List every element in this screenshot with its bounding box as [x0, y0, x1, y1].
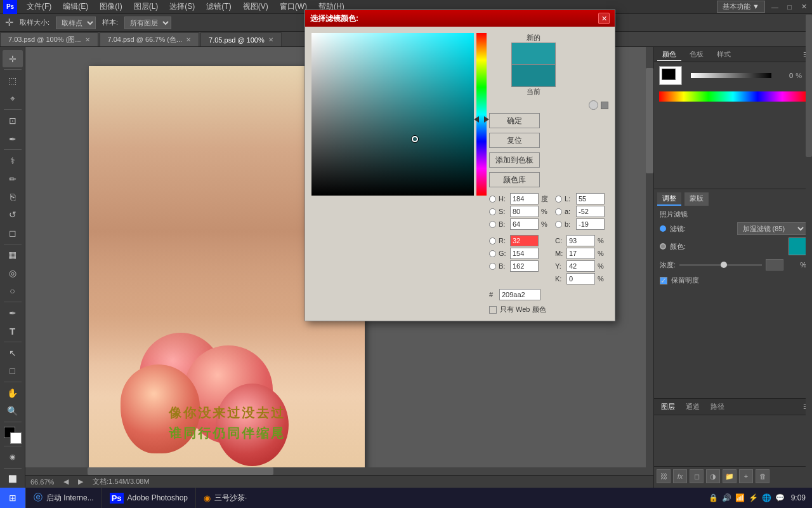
b-input[interactable]	[510, 218, 539, 230]
tab-color[interactable]: 颜色	[657, 48, 681, 61]
minimize-button[interactable]: —	[770, 2, 780, 11]
eraser-tool[interactable]: ◻	[3, 224, 23, 241]
history-brush-tool[interactable]: ↺	[3, 206, 23, 224]
y-input[interactable]	[566, 260, 595, 272]
color-selector[interactable]	[3, 427, 23, 444]
new-layer-icon[interactable]: +	[739, 469, 753, 483]
color-library-button[interactable]: 颜色库	[489, 172, 540, 187]
blur-tool[interactable]: ◎	[3, 264, 23, 281]
sample-size-select[interactable]: 取样点	[56, 17, 96, 29]
a-radio[interactable]	[555, 208, 562, 215]
right-panel-scrollbar[interactable]	[806, 47, 812, 488]
screen-mode[interactable]: ⬜	[3, 471, 23, 488]
menu-file[interactable]: 文件(F)	[22, 0, 56, 13]
intensity-value-input[interactable]	[766, 259, 783, 271]
h-scroll-thumb[interactable]	[88, 467, 273, 475]
taskbar-ie[interactable]: ⓔ 启动 Interne...	[25, 488, 102, 508]
g-radio[interactable]	[489, 250, 496, 257]
a-input[interactable]	[576, 206, 605, 217]
s-input[interactable]	[510, 206, 539, 217]
eyedropper-tool[interactable]: ✒	[3, 130, 23, 147]
k2-input[interactable]	[566, 273, 595, 284]
close-tab-703[interactable]: ✕	[85, 36, 90, 43]
workspace-selector[interactable]: 基本功能 ▼	[717, 1, 765, 13]
crop-tool[interactable]: ⊡	[3, 112, 23, 129]
healing-tool[interactable]: ⚕	[3, 152, 23, 169]
preserve-checkbox[interactable]: ✓	[660, 277, 667, 284]
menu-image[interactable]: 图像(I)	[95, 0, 127, 13]
quick-mask-mode[interactable]: ◉	[3, 448, 23, 465]
type-tool[interactable]: T	[3, 322, 23, 339]
b3-radio[interactable]	[555, 221, 562, 228]
hex-input[interactable]	[499, 289, 540, 300]
s-radio[interactable]	[489, 208, 496, 215]
intensity-handle[interactable]	[721, 262, 727, 268]
b-radio[interactable]	[489, 221, 496, 228]
sample-all-select[interactable]: 所有图层	[124, 17, 171, 29]
dodge-tool[interactable]: ○	[3, 283, 23, 300]
h-radio[interactable]	[489, 196, 496, 203]
background-color[interactable]	[10, 432, 22, 444]
stamp-tool[interactable]: ⎘	[3, 188, 23, 205]
hue-slider[interactable]	[476, 33, 487, 196]
alert-icon[interactable]: !	[589, 100, 598, 110]
nav-arrow-left[interactable]: ◀	[63, 478, 69, 486]
web-only-checkbox[interactable]	[489, 306, 497, 314]
color-radio-dot[interactable]	[660, 243, 666, 250]
taskbar-chat[interactable]: ◉ 三号沙茶·	[195, 488, 254, 508]
filter-radio-dot[interactable]	[660, 225, 666, 232]
adj-tab-adjust[interactable]: 调整	[657, 192, 681, 206]
brush-tool[interactable]: ✏	[3, 170, 23, 187]
mask-icon[interactable]: ◻	[690, 469, 704, 483]
l-radio[interactable]	[555, 196, 562, 203]
g-input[interactable]	[510, 248, 539, 259]
b3-input[interactable]	[576, 218, 605, 230]
tab-styles[interactable]: 样式	[712, 48, 736, 60]
fg-color-swatch[interactable]	[659, 66, 682, 85]
taskbar-ps[interactable]: Ps Adobe Photoshop	[102, 488, 195, 508]
move-tool[interactable]: ✛	[3, 50, 23, 67]
link-layers-icon[interactable]: ⛓	[657, 469, 671, 483]
menu-filter[interactable]: 滤镜(T)	[201, 0, 236, 13]
tab-swatches[interactable]: 色板	[684, 48, 709, 60]
zoom-tool[interactable]: 🔍	[3, 402, 23, 419]
ok-button[interactable]: 确定	[489, 113, 540, 128]
marquee-tool[interactable]: ⬚	[3, 72, 23, 89]
color-field[interactable]	[311, 33, 474, 196]
dialog-close-button[interactable]: ✕	[598, 13, 610, 24]
add-swatch-button[interactable]: 添加到色板	[489, 152, 540, 168]
filter-type-select[interactable]: 加温滤镜 (85)	[737, 222, 807, 235]
r-input[interactable]	[510, 235, 539, 246]
vertical-scrollbar[interactable]	[646, 47, 653, 467]
folder-icon[interactable]: 📁	[723, 469, 737, 483]
tab-704[interactable]: 7.04.psd @ 66.7% (色... ✕	[100, 32, 200, 46]
adjustment-icon[interactable]: ◑	[706, 469, 720, 483]
tab-703[interactable]: 7.03.psd @ 100% (图... ✕	[0, 32, 98, 46]
tab-channels[interactable]: 通道	[682, 401, 704, 413]
menu-select[interactable]: 选择(S)	[164, 0, 200, 13]
right-scroll-thumb[interactable]	[806, 47, 812, 157]
b2-input[interactable]	[510, 260, 539, 272]
menu-view[interactable]: 视图(V)	[238, 0, 273, 13]
eyedropper-tool-icon[interactable]: ✛	[5, 17, 13, 29]
pen-tool[interactable]: ✒	[3, 304, 23, 321]
delete-layer-icon[interactable]: 🗑	[756, 469, 769, 483]
tab-705[interactable]: 7.05.psd @ 100% ✕	[200, 32, 282, 46]
lasso-tool[interactable]: ⌖	[3, 90, 23, 107]
horizontal-scrollbar[interactable]	[25, 467, 646, 475]
start-button[interactable]: ⊞	[0, 488, 25, 508]
tab-paths[interactable]: 路径	[707, 401, 728, 413]
h-input[interactable]	[510, 193, 539, 204]
close-tab-704[interactable]: ✕	[186, 36, 191, 43]
m-input[interactable]	[566, 248, 595, 259]
r-radio[interactable]	[489, 237, 496, 244]
gradient-tool[interactable]: ▦	[3, 246, 23, 264]
tab-layers[interactable]: 图层	[657, 401, 679, 413]
b2-radio[interactable]	[489, 263, 496, 270]
hand-tool[interactable]: ✋	[3, 384, 23, 401]
path-selection-tool[interactable]: ↖	[3, 344, 23, 361]
shape-tool[interactable]: □	[3, 362, 23, 379]
menu-edit[interactable]: 编辑(E)	[58, 0, 93, 13]
close-window-button[interactable]: ✕	[799, 2, 809, 11]
v-scroll-thumb[interactable]	[646, 68, 653, 173]
